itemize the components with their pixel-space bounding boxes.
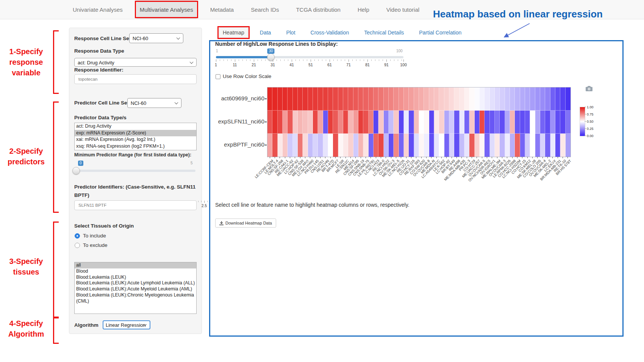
min-predictor-range-slider[interactable] [75,170,195,172]
heatmap-cell [469,134,474,157]
heatmap-cell [303,111,308,134]
heatmap-cell [369,134,374,157]
response-cell-line-set-label: Response Cell Line Set [74,36,131,41]
tissue-include-label: To include [83,233,106,239]
colorbar-tick-1.00: 1.00 [587,105,594,109]
tab-technical-details[interactable]: Technical Details [361,28,407,37]
heatmap-cell [475,111,480,134]
use-row-color-scale-label: Use Row Color Scale [223,73,271,79]
colorbar-tick-0.25: 0.25 [587,127,594,131]
heatmap-cell [338,134,343,157]
tissue-option-all[interactable]: all [75,262,196,268]
tissue-origin-label: Select Tissue/s of Origin [74,223,134,229]
algorithm-select[interactable]: Linear Regression [103,320,150,329]
nav-item-video-tutorial[interactable]: Video tutorial [383,0,423,19]
heatmap-cell [394,111,399,134]
camera-snapshot-icon[interactable] [586,86,592,91]
predictor-cell-line-set-select[interactable]: NCI-60 [127,98,181,108]
heatmap-cell [475,134,480,157]
min-range-slider-handle[interactable] [72,167,80,175]
heatmap-cell [369,87,374,111]
page: Univariate AnalysesMultivariate Analyses… [0,0,644,362]
heatmap-cell [480,87,485,111]
heatmap-row-label-act609699-nci60[interactable]: act609699_nci60 [208,95,264,101]
heatmap-cell [313,111,318,134]
heatmap-cell [343,134,348,157]
tissue-option-blood-leukemia-leuk-chronic-myelogenous-[interactable]: Blood:Leukemia (LEUK):Chronic Myelogenou… [75,292,196,304]
response-identifier-input[interactable]: topotecan [74,74,197,84]
tissue-option-blood-leukemia-leuk-acute-myeloid-leukem[interactable]: Blood:Leukemia (LEUK):Acute Myeloid Leuk… [75,286,196,292]
download-heatmap-data-button[interactable]: Download Heatmap Data [215,218,276,228]
response-cell-line-set-select[interactable]: NCI-60 [129,33,183,43]
heatmap-cell [505,134,510,157]
heatmap-row-label-expslfn11-nci60[interactable]: expSLFN11_nci60 [208,118,264,125]
predictor-identifiers-input[interactable]: SLFN11 BPTF [74,200,197,210]
heatmap-cell [363,87,368,111]
heatmap-cell [444,87,449,111]
nav-item-metadata[interactable]: Metadata [207,0,238,19]
predictor-data-type-option-exp-mrna-expression-z-score[interactable]: exp: mRNA Expression (Z-Score) [75,130,196,137]
heatmap-cell [449,111,454,134]
heatmap-cell [444,134,449,157]
annotation-step-3-label: 3-Specifytissues [2,256,50,277]
nav-item-univariate-analyses[interactable]: Univariate Analyses [69,0,126,19]
heatmap-cell [454,111,459,134]
heatmap-cell [328,134,333,157]
tissue-exclude-radio[interactable] [75,243,80,248]
lines-slider-handle[interactable] [267,53,275,61]
tissue-option-blood-leukemia-leuk[interactable]: Blood:Leukemia (LEUK) [75,275,196,281]
heatmap-cell [409,134,414,157]
predictor-data-type-option-xai-mrna-expression-avg-log2-int[interactable]: xai: mRNA Expression (Avg. log2 Int.) [75,136,196,143]
heatmap-cell [510,111,515,134]
min-range-max-label: 5 [191,161,193,165]
high-low-lines-slider[interactable] [216,56,403,58]
heatmap-cell [520,87,525,111]
heatmap-cell [439,87,444,111]
heatmap-cell [500,134,505,157]
heatmap-cell [540,134,545,157]
tab-heatmap[interactable]: Heatmap [219,27,248,38]
heatmap-cell [515,134,520,157]
predictor-data-type-option-act-drug-activity[interactable]: act: Drug Activity [75,123,196,130]
tissue-listbox[interactable]: allBloodBlood:Leukemia (LEUK)Blood:Leuke… [74,262,197,314]
heatmap-cell [363,134,368,157]
use-row-color-scale-checkbox[interactable] [216,74,220,79]
heatmap-cell [283,111,288,134]
heatmap-cell [439,134,444,157]
heatmap-cell [490,87,495,111]
heatmap-cell [495,111,500,134]
tab-cross-validation[interactable]: Cross-Validation [307,28,353,37]
predictor-data-types-listbox[interactable]: act: Drug Activityexp: mRNA Expression (… [74,123,197,150]
nav-item-search-ids[interactable]: Search IDs [247,0,282,19]
heatmap-cell [353,87,358,111]
heatmap-cell [480,134,485,157]
lines-slider-min-label: 1 [216,49,218,53]
heatmap-cell [323,134,328,157]
heatmap-row-label-expbptf-nci60[interactable]: expBPTF_nci60 [208,141,264,148]
tissue-include-radio[interactable] [75,233,80,239]
heatmap-cell [495,134,500,157]
nav-item-multivariate-analyses[interactable]: Multivariate Analyses [136,0,197,19]
heatmap-colorbar [580,107,585,136]
nav-item-tcga-distribution[interactable]: TCGA distribution [292,0,344,19]
heatmap-cell [429,111,434,134]
heatmap-cell [480,111,485,134]
heatmap-cell [525,87,530,111]
heatmap-plot[interactable] [267,87,571,157]
tab-partial-correlation[interactable]: Partial Correlation [416,28,465,37]
heatmap-cell [394,134,399,157]
tab-data[interactable]: Data [256,28,275,37]
tissue-option-blood-leukemia-leuk-acute-lymphoid-leuke[interactable]: Blood:Leukemia (LEUK):Acute Lymphoid Leu… [75,280,196,286]
tab-plot[interactable]: Plot [283,28,299,37]
heatmap-cell [278,87,283,111]
heatmap-cell [288,134,292,157]
tissue-option-blood[interactable]: Blood [75,268,196,275]
nav-item-help[interactable]: Help [354,0,373,19]
heatmap-cell [293,87,298,111]
heatmap-cell [540,111,545,134]
response-data-type-select[interactable]: act: Drug Activity [74,58,197,67]
colorbar-tick-0.75: 0.75 [587,112,594,116]
predictor-data-type-option-xsq-rna-seq-expression-log2-fpkm-1[interactable]: xsq: RNA-seq Expression (log2 FPKM+1.) [75,143,196,150]
annotation-step-1-label: 1-Specifyresponsevariable [2,46,50,78]
lines-slider-tick-71: 71 [346,62,351,67]
